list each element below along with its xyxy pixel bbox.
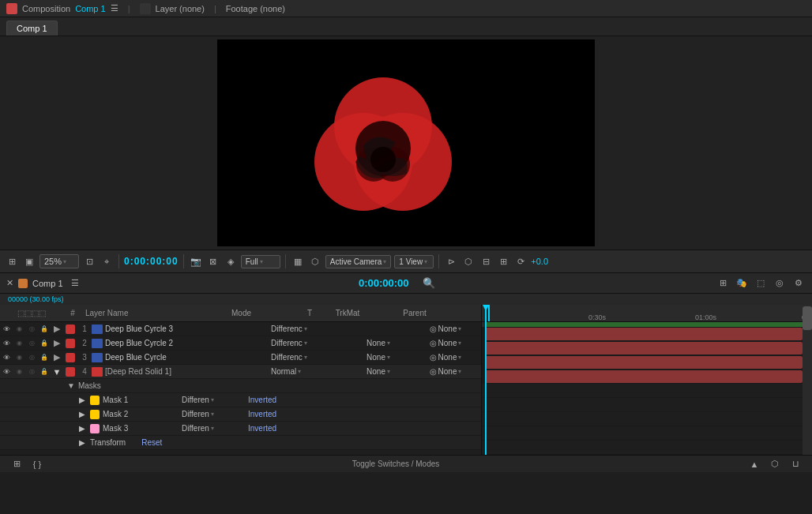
scroll-thumb[interactable] <box>803 306 812 330</box>
mask-row-3[interactable]: ▶ Mask 3 Differen ▾ Inverted <box>0 422 481 436</box>
timeline-scrollbar[interactable] <box>803 305 812 455</box>
layer-2-trkmat[interactable]: None ▾ <box>347 339 410 347</box>
mask-2-color <box>90 410 100 419</box>
layer-row-3[interactable]: 👁 ◉ ◎ 🔒 ▶ 3 Deep Blue Cyrcle Differenc ▾… <box>0 351 481 365</box>
bottom-icon1[interactable]: ⊞ <box>9 457 24 471</box>
display-icon[interactable]: ▣ <box>22 254 36 268</box>
layer-3-visibility[interactable]: 👁 <box>0 351 13 365</box>
layer-1-lock[interactable]: 🔒 <box>38 322 51 336</box>
layer-4-lock[interactable]: 🔒 <box>38 365 51 379</box>
view-dropdown[interactable]: 1 View ▾ <box>394 255 434 268</box>
mask-2-blend[interactable]: Differen ▾ <box>182 410 245 418</box>
layer-3-audio[interactable]: ◉ <box>13 351 25 365</box>
bottom-icon2[interactable]: { } <box>30 457 44 471</box>
mask-2-expand[interactable]: ▶ <box>79 410 85 418</box>
layer-1-icons: 👁 ◉ ◎ 🔒 ▶ <box>0 322 63 336</box>
mask-icon[interactable]: ◎ <box>773 276 787 291</box>
layer-4-color <box>66 367 75 377</box>
region-icon[interactable]: ▦ <box>291 254 305 268</box>
layer-3-parent[interactable]: ◎ None ▾ <box>410 353 481 362</box>
search-btn[interactable]: 🔍 <box>422 276 436 291</box>
3d-icon[interactable]: ⬡ <box>461 254 476 268</box>
menu-icon[interactable]: ☰ <box>111 3 118 13</box>
transform-expand[interactable]: ▶ <box>79 438 85 447</box>
camera-dropdown[interactable]: Active Camera ▾ <box>325 255 392 268</box>
grid-icon[interactable]: ⊞ <box>5 254 19 268</box>
layer-1-mode[interactable]: Differenc ▾ <box>271 325 334 333</box>
layer-2-visibility[interactable]: 👁 <box>0 336 13 351</box>
mask-3-blend-val: Differen <box>182 424 209 433</box>
layer-1-num: 1 <box>77 325 92 333</box>
layer-row-2[interactable]: 👁 ◉ ◎ 🔒 ▶ 2 Deep Blue Cyrcle 2 Differenc… <box>0 336 481 351</box>
fit-icon[interactable]: ⊡ <box>82 254 96 268</box>
camera-arrow: ▾ <box>383 258 386 265</box>
align-icon[interactable]: ⊟ <box>479 254 493 268</box>
mask-1-expand[interactable]: ▶ <box>79 396 85 404</box>
transform-row[interactable]: ▶ Transform Reset <box>0 436 481 450</box>
layer-row-4[interactable]: 👁 ◉ ◎ 🔒 ▼ 4 [Deep Red Solid 1] Normal ▾ … <box>0 365 481 379</box>
bottom-icon3[interactable]: ▲ <box>747 457 761 471</box>
track-bar-1 <box>485 328 803 340</box>
mask-2-blend-val: Differen <box>182 410 209 418</box>
layer-4-solo[interactable]: ◎ <box>25 365 38 379</box>
reset-link[interactable]: Reset <box>126 438 162 447</box>
preview-area <box>0 36 812 249</box>
layer-1-solo[interactable]: ◎ <box>25 322 38 336</box>
timeline-menu[interactable]: ☰ <box>71 278 79 288</box>
mask-3-blend[interactable]: Differen ▾ <box>182 424 245 433</box>
layer-2-mode[interactable]: Differenc ▾ <box>271 339 334 347</box>
grid2-icon[interactable]: ⊞ <box>496 254 510 268</box>
timeline-title: Comp 1 <box>32 279 63 288</box>
layer-2-lock[interactable]: 🔒 <box>38 336 51 351</box>
layer-4-expand[interactable]: ▼ <box>51 365 63 379</box>
transform-icon[interactable]: ⌖ <box>100 254 114 268</box>
layer-3-trkmat[interactable]: None ▾ <box>347 353 410 362</box>
layer-2-expand[interactable]: ▶ <box>51 336 63 351</box>
resolution-icon[interactable]: ⊠ <box>206 254 220 268</box>
zoom-dropdown[interactable]: 25% ▾ <box>39 254 79 268</box>
layer-2-type-icon <box>92 339 103 348</box>
flow-icon[interactable]: 🎭 <box>735 276 749 291</box>
snapshot-icon[interactable]: 📷 <box>189 254 203 268</box>
layer-1-name: Deep Blue Cyrcle 3 <box>105 325 271 333</box>
motion-icon[interactable]: ⟳ <box>513 254 528 268</box>
tab-comp1[interactable]: Comp 1 <box>6 21 58 36</box>
layer-4-mode[interactable]: Normal ▾ <box>271 367 334 376</box>
channel-icon[interactable]: ◈ <box>224 254 238 268</box>
graph-icon[interactable]: ⬚ <box>754 276 768 291</box>
layer-1-audio[interactable]: ◉ <box>13 322 25 336</box>
transparency-icon[interactable]: ⬡ <box>308 254 322 268</box>
layer-4-parent[interactable]: ◎ None ▾ <box>410 367 481 376</box>
bottom-icon4[interactable]: ⬡ <box>768 457 782 471</box>
mask-row-2[interactable]: ▶ Mask 2 Differen ▾ Inverted <box>0 407 481 422</box>
layer-1-parent[interactable]: ◎ None ▾ <box>410 325 481 333</box>
layer-2-parent[interactable]: ◎ None ▾ <box>410 339 481 347</box>
layer-row-1[interactable]: 👁 ◉ ◎ 🔒 ▶ 1 Deep Blue Cyrcle 3 Differenc… <box>0 322 481 336</box>
bottom-icon5[interactable]: ⊔ <box>788 457 803 471</box>
layer-1-visibility[interactable]: 👁 <box>0 322 13 336</box>
layer-4-audio[interactable]: ◉ <box>13 365 25 379</box>
layer-3-solo[interactable]: ◎ <box>25 351 38 365</box>
snapping-icon[interactable]: ⊞ <box>716 276 730 291</box>
mask-row-1[interactable]: ▶ Mask 1 Differen ▾ Inverted <box>0 393 481 407</box>
layer-3-mode[interactable]: Differenc ▾ <box>271 353 334 362</box>
settings-icon[interactable]: ⚙ <box>791 276 806 291</box>
layer-2-solo[interactable]: ◎ <box>25 336 38 351</box>
mask-1-blend[interactable]: Differen ▾ <box>182 396 245 404</box>
layer-4-icons: 👁 ◉ ◎ 🔒 ▼ <box>0 365 63 379</box>
divider3 <box>285 254 286 268</box>
mask-1-inverted: Inverted <box>245 396 276 404</box>
layer-3-expand[interactable]: ▶ <box>51 351 63 365</box>
track-bar-3 <box>485 356 803 369</box>
layer-4-trkmat[interactable]: None ▾ <box>347 367 410 376</box>
layer-1-expand[interactable]: ▶ <box>51 322 63 336</box>
layer-4-visibility[interactable]: 👁 <box>0 365 13 379</box>
layer-2-audio[interactable]: ◉ <box>13 336 25 351</box>
mask-3-expand[interactable]: ▶ <box>79 424 85 433</box>
layer-2-num: 2 <box>77 339 92 347</box>
layer-3-lock[interactable]: 🔒 <box>38 351 51 365</box>
render-icon[interactable]: ⊳ <box>444 254 458 268</box>
masks-header[interactable]: ▼ Masks <box>0 379 481 393</box>
quality-dropdown[interactable]: Full ▾ <box>241 255 280 268</box>
close-btn[interactable]: ✕ <box>6 278 13 288</box>
